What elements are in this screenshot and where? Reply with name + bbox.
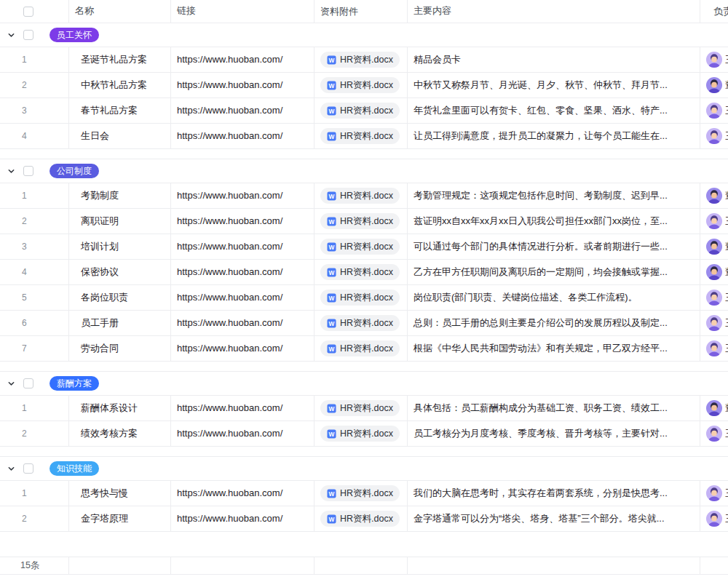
name-cell[interactable]: 劳动合同	[69, 336, 171, 361]
row-number[interactable]: 2	[0, 421, 69, 446]
row-number[interactable]: 1	[0, 183, 69, 208]
link-cell[interactable]: https://www.huoban.com/	[171, 209, 314, 234]
owner-cell[interactable]: 董	[700, 396, 728, 420]
content-cell[interactable]: 我们的大脑在思考时，其实存在着两套系统，分别是快思考...	[408, 481, 700, 506]
owner-cell[interactable]: 董	[700, 234, 728, 259]
column-header-content[interactable]: 主要内容	[408, 0, 700, 23]
table-row[interactable]: 2 离职证明 https://www.huoban.com/ W HR资料.do…	[0, 209, 728, 234]
name-cell[interactable]: 各岗位职责	[69, 285, 171, 310]
attachment-chip[interactable]: W HR资料.docx	[320, 213, 400, 229]
group-badge[interactable]: 员工关怀	[50, 28, 99, 42]
attachment-chip[interactable]: W HR资料.docx	[320, 315, 400, 331]
attachment-chip[interactable]: W HR资料.docx	[320, 426, 400, 442]
attachment-chip[interactable]: W HR资料.docx	[320, 340, 400, 356]
group-header[interactable]: 知识技能	[0, 457, 728, 481]
row-number[interactable]: 2	[0, 73, 69, 97]
owner-cell[interactable]: 三	[700, 124, 728, 148]
attachment-chip[interactable]: W HR资料.docx	[320, 239, 400, 255]
link-cell[interactable]: https://www.huoban.com/	[171, 260, 314, 284]
chevron-down-icon[interactable]	[7, 380, 15, 388]
row-number[interactable]: 4	[0, 124, 69, 148]
row-number[interactable]: 1	[0, 47, 69, 72]
chevron-down-icon[interactable]	[7, 31, 15, 39]
table-row[interactable]: 2 绩效考核方案 https://www.huoban.com/ W HR资料.…	[0, 421, 728, 447]
content-cell[interactable]: 精品会员卡	[408, 47, 700, 72]
owner-cell[interactable]: 董	[700, 73, 728, 97]
row-number[interactable]: 6	[0, 311, 69, 335]
column-header-name[interactable]: 名称	[69, 0, 171, 23]
table-row[interactable]: 2 金字塔原理 https://www.huoban.com/ W HR资料.d…	[0, 506, 728, 532]
content-cell[interactable]: 让员工得到满意度，提升员工的凝聚力，让每个员工能生在...	[408, 124, 700, 148]
table-row[interactable]: 1 薪酬体系设计 https://www.huoban.com/ W HR资料.…	[0, 396, 728, 421]
chevron-down-icon[interactable]	[7, 167, 15, 175]
table-row[interactable]: 6 员工手册 https://www.huoban.com/ W HR资料.do…	[0, 311, 728, 336]
select-all-checkbox[interactable]	[23, 7, 33, 17]
group-checkbox[interactable]	[23, 166, 33, 176]
table-row[interactable]: 7 劳动合同 https://www.huoban.com/ W HR资料.do…	[0, 336, 728, 362]
content-cell[interactable]: 乙方在甲方任职期间及离职后的一定期间，均会接触或掌握...	[408, 260, 700, 284]
group-badge[interactable]: 公司制度	[50, 164, 99, 178]
name-cell[interactable]: 圣诞节礼品方案	[69, 47, 171, 72]
attachment-chip[interactable]: W HR资料.docx	[320, 188, 400, 204]
name-cell[interactable]: 生日会	[69, 124, 171, 148]
group-header[interactable]: 员工关怀	[0, 23, 728, 47]
attachment-chip[interactable]: W HR资料.docx	[320, 128, 400, 144]
content-cell[interactable]: 可以通过每个部门的具体情况进行分析。或者前期进行一些...	[408, 234, 700, 259]
group-badge[interactable]: 知识技能	[50, 461, 99, 476]
link-cell[interactable]: https://www.huoban.com/	[171, 311, 314, 335]
group-checkbox[interactable]	[23, 463, 33, 474]
table-row[interactable]: 1 圣诞节礼品方案 https://www.huoban.com/ W HR资料…	[0, 47, 728, 73]
content-cell[interactable]: 根据《中华人民共和国劳动法》和有关规定，甲乙双方经平...	[408, 336, 700, 361]
link-cell[interactable]: https://www.huoban.com/	[171, 285, 314, 310]
owner-cell[interactable]: 三	[700, 481, 728, 506]
attachment-chip[interactable]: W HR资料.docx	[320, 103, 400, 119]
owner-cell[interactable]: 三	[700, 47, 728, 72]
name-cell[interactable]: 金字塔原理	[69, 506, 171, 531]
link-cell[interactable]: https://www.huoban.com/	[171, 234, 314, 259]
link-cell[interactable]: https://www.huoban.com/	[171, 481, 314, 506]
link-cell[interactable]: https://www.huoban.com/	[171, 421, 314, 446]
content-cell[interactable]: 中秋节又称祭月节、月光诞、月夕、秋节、仲秋节、拜月节...	[408, 73, 700, 97]
group-checkbox[interactable]	[23, 30, 33, 40]
owner-cell[interactable]: 三	[700, 311, 728, 335]
name-cell[interactable]: 保密协议	[69, 260, 171, 284]
attachment-chip[interactable]: W HR资料.docx	[320, 264, 400, 280]
table-row[interactable]: 1 考勤制度 https://www.huoban.com/ W HR资料.do…	[0, 183, 728, 209]
link-cell[interactable]: https://www.huoban.com/	[171, 506, 314, 531]
group-header[interactable]: 薪酬方案	[0, 372, 728, 396]
table-row[interactable]: 4 保密协议 https://www.huoban.com/ W HR资料.do…	[0, 260, 728, 285]
content-cell[interactable]: 具体包括：员工薪酬构成分为基础工资、职务工资、绩效工...	[408, 396, 700, 420]
content-cell[interactable]: 总则：员工手册的总则主要是介绍公司的发展历程以及制定...	[408, 311, 700, 335]
table-row[interactable]: 3 培训计划 https://www.huoban.com/ W HR资料.do…	[0, 234, 728, 260]
column-header-link[interactable]: 链接	[171, 0, 314, 23]
row-number[interactable]: 5	[0, 285, 69, 310]
row-number[interactable]: 3	[0, 234, 69, 259]
name-cell[interactable]: 绩效考核方案	[69, 421, 171, 446]
row-number[interactable]: 4	[0, 260, 69, 284]
column-header-attachment[interactable]: 资料附件	[314, 0, 408, 23]
group-checkbox[interactable]	[23, 378, 33, 388]
name-cell[interactable]: 员工手册	[69, 311, 171, 335]
owner-cell[interactable]: 三	[700, 421, 728, 446]
name-cell[interactable]: 考勤制度	[69, 183, 171, 208]
attachment-chip[interactable]: W HR资料.docx	[320, 511, 400, 527]
row-number[interactable]: 3	[0, 98, 69, 123]
owner-cell[interactable]: 三	[700, 285, 728, 310]
row-number[interactable]: 7	[0, 336, 69, 361]
name-cell[interactable]: 春节礼品方案	[69, 98, 171, 123]
attachment-chip[interactable]: W HR资料.docx	[320, 290, 400, 306]
content-cell[interactable]: 员工考核分为月度考核、季度考核、晋升考核等，主要针对...	[408, 421, 700, 446]
link-cell[interactable]: https://www.huoban.com/	[171, 98, 314, 123]
link-cell[interactable]: https://www.huoban.com/	[171, 396, 314, 420]
attachment-chip[interactable]: W HR资料.docx	[320, 52, 400, 68]
name-cell[interactable]: 离职证明	[69, 209, 171, 234]
link-cell[interactable]: https://www.huoban.com/	[171, 183, 314, 208]
attachment-chip[interactable]: W HR资料.docx	[320, 485, 400, 501]
name-cell[interactable]: 薪酬体系设计	[69, 396, 171, 420]
row-number[interactable]: 2	[0, 506, 69, 531]
owner-cell[interactable]: 三	[700, 506, 728, 531]
group-header[interactable]: 公司制度	[0, 159, 728, 183]
name-cell[interactable]: 培训计划	[69, 234, 171, 259]
table-row[interactable]: 4 生日会 https://www.huoban.com/ W HR资料.doc…	[0, 124, 728, 149]
content-cell[interactable]: 考勤管理规定：这项规定包括作息时间、考勤制度、迟到早...	[408, 183, 700, 208]
